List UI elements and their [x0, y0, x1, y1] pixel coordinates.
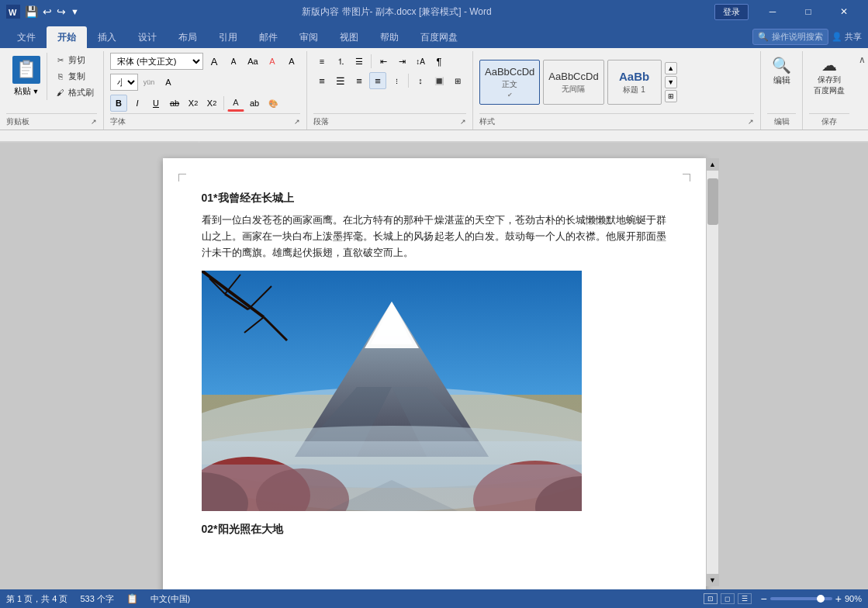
copy-button[interactable]: ⎘ 复制 [52, 69, 97, 84]
tab-file[interactable]: 文件 [6, 26, 47, 48]
underline-button[interactable]: U [147, 95, 164, 112]
zoom-in-button[interactable]: + [835, 592, 842, 605]
subscript-button[interactable]: X2 [185, 95, 202, 112]
svg-rect-3 [23, 60, 29, 64]
svg-rect-7 [0, 130, 868, 143]
align-right-button[interactable]: ≡ [351, 72, 368, 89]
tab-review[interactable]: 审阅 [289, 26, 329, 48]
tab-layout[interactable]: 布局 [168, 26, 208, 48]
print-layout-button[interactable]: ⊡ [704, 593, 718, 604]
undo-quickaccess[interactable]: ↩ [43, 5, 52, 18]
justify-button[interactable]: ≡ [369, 72, 386, 89]
zoom-controls[interactable]: − + 90% [761, 592, 862, 605]
text-effects-button[interactable]: A [264, 53, 281, 70]
language: 中文(中国) [150, 593, 190, 605]
scroll-down-button[interactable]: ▼ [707, 574, 719, 586]
font-size-select[interactable]: 小四 [110, 74, 138, 91]
clear-format-button[interactable]: A [283, 53, 300, 70]
cut-button[interactable]: ✂ 剪切 [52, 53, 97, 67]
shading-para-button[interactable]: 🔳 [431, 72, 448, 89]
superscript-button[interactable]: X2 [203, 95, 220, 112]
tab-insert[interactable]: 插入 [87, 26, 127, 48]
minimize-button[interactable]: ─ [755, 0, 790, 23]
numbered-list-button[interactable]: ⒈ [332, 53, 349, 70]
text-highlight-btn[interactable]: A [160, 74, 177, 91]
align-left-button[interactable]: ≡ [313, 72, 330, 89]
document-area[interactable]: 01*我曾经在长城上 看到一位白发苍苍的画家画鹰。在北方特有的那种干燥湛蓝的天空… [0, 143, 868, 602]
edit-button[interactable]: 🔍 编辑 [767, 53, 796, 89]
search-box[interactable]: 🔍 操作说明搜索 [752, 29, 828, 45]
corner-mark-tl [178, 174, 186, 181]
ribbon-collapse-button[interactable]: ∧ [856, 51, 868, 130]
sort-button[interactable]: ↕A [412, 53, 429, 70]
zoom-out-button[interactable]: − [761, 592, 767, 605]
customize-quickaccess[interactable]: ▼ [71, 7, 79, 16]
shading-button[interactable]: 🎨 [265, 95, 282, 112]
style-heading1[interactable]: AaBb 标题 1 [607, 60, 662, 105]
paste-button[interactable]: 粘贴▼ [6, 53, 47, 100]
redo-quickaccess[interactable]: ↪ [57, 5, 66, 18]
increase-indent-button[interactable]: ⇥ [393, 53, 410, 70]
save-baidu-button[interactable]: ☁ 保存到 百度网盘 [809, 53, 849, 99]
read-mode-button[interactable]: ☰ [738, 593, 752, 604]
format-painter-button[interactable]: 🖌 格式刷 [52, 85, 97, 100]
close-button[interactable]: ✕ [826, 0, 862, 23]
tab-baidu[interactable]: 百度网盘 [410, 26, 469, 48]
strikethrough-button[interactable]: ab [166, 95, 183, 112]
vertical-scrollbar[interactable]: ▲ ▼ [706, 158, 718, 586]
style-no-spacing[interactable]: AaBbCcDd 无间隔 [543, 60, 603, 105]
styles-label: 样式 ↗ [479, 113, 754, 130]
clipboard-expand[interactable]: ↗ [91, 118, 97, 126]
paste-label: 粘贴▼ [14, 85, 40, 97]
share-button[interactable]: 👤 共享 [832, 31, 862, 43]
line-spacing-button[interactable]: ↕ [412, 72, 429, 89]
tab-mailings[interactable]: 邮件 [248, 26, 289, 48]
clipboard-label: 剪贴板 ↗ [6, 113, 97, 130]
tab-design[interactable]: 设计 [127, 26, 168, 48]
increase-font-button[interactable]: A [225, 53, 242, 70]
show-marks-button[interactable]: ¶ [431, 53, 448, 70]
document-image[interactable] [202, 271, 582, 511]
zoom-thumb[interactable] [817, 595, 825, 603]
font-label: 字体 ↗ [110, 113, 300, 130]
align-center-button[interactable]: ☰ [332, 72, 349, 89]
scroll-up-button[interactable]: ▲ [707, 158, 719, 171]
page-info: 第 1 页，共 4 页 [6, 593, 67, 605]
borders-button[interactable]: ⊞ [449, 72, 466, 89]
tab-home[interactable]: 开始 [47, 26, 87, 48]
multilevel-list-button[interactable]: ☰ [351, 53, 368, 70]
font-name-select[interactable]: 宋体 (中文正文) [110, 53, 203, 70]
login-button[interactable]: 登录 [714, 4, 749, 20]
tab-references[interactable]: 引用 [208, 26, 248, 48]
decrease-indent-button[interactable]: ⇤ [375, 53, 392, 70]
page-content[interactable]: 01*我曾经在长城上 看到一位白发苍苍的画家画鹰。在北方特有的那种干燥湛蓝的天空… [202, 189, 667, 537]
italic-button[interactable]: I [129, 95, 146, 112]
tab-view[interactable]: 视图 [329, 26, 369, 48]
web-layout-button[interactable]: ◻ [721, 593, 735, 604]
bold-button[interactable]: B [110, 95, 127, 112]
cloud-save-icon: ☁ [821, 56, 837, 74]
paragraph-expand[interactable]: ↗ [460, 118, 466, 126]
styles-more-button[interactable]: ⊞ [665, 90, 677, 102]
paragraph-group: ≡ ⒈ ☰ ⇤ ⇥ ↕A ¶ ≡ ☰ ≡ ≡ ⫶ ↕ 🔳 ⊞ 段 [307, 51, 473, 130]
person-icon: 👤 [832, 32, 842, 42]
save-label: 保存 [809, 113, 849, 130]
highlight-button[interactable]: ab [246, 95, 263, 112]
font-expand[interactable]: ↗ [294, 118, 300, 126]
font-color-button[interactable]: A [227, 95, 244, 112]
tab-help[interactable]: 帮助 [369, 26, 410, 48]
style-normal[interactable]: AaBbCcDd 正文 ✔ [479, 60, 540, 105]
decrease-font-button[interactable]: A [206, 53, 223, 70]
save-quickaccess[interactable]: 💾 [25, 5, 38, 18]
restore-button[interactable]: □ [790, 0, 826, 23]
copy-icon: ⎘ [55, 71, 66, 82]
styles-scroll-down[interactable]: ▼ [665, 76, 677, 88]
zoom-slider[interactable] [770, 597, 832, 600]
scroll-thumb[interactable] [707, 178, 718, 225]
columns-button[interactable]: ⫶ [388, 72, 405, 89]
ruler-svg [0, 130, 868, 143]
styles-expand[interactable]: ↗ [748, 118, 754, 126]
styles-scroll-up[interactable]: ▲ [665, 62, 677, 74]
bullets-button[interactable]: ≡ [313, 53, 330, 70]
change-case-button[interactable]: Aa [244, 53, 261, 70]
